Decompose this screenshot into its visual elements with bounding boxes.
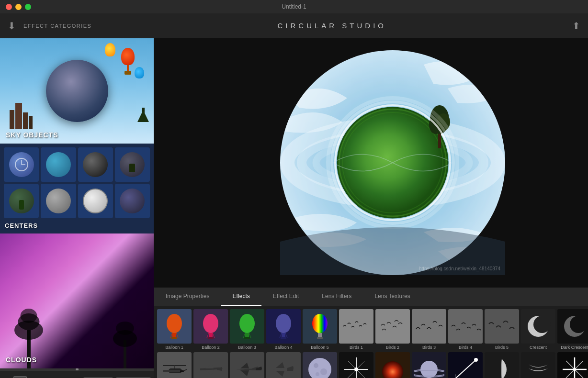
effect-birds5-label: Birds 5 (495, 345, 509, 350)
layer-bar: 👁 Image Layer Add Effect Delete Effect (0, 370, 154, 378)
svg-rect-38 (317, 337, 323, 339)
effect-polaris[interactable]: Polaris (339, 352, 373, 378)
effect-birds5[interactable]: Birds 5 (485, 309, 519, 350)
svg-point-36 (312, 314, 328, 333)
window-title: Untitled-1 (282, 3, 306, 10)
tab-image-properties[interactable]: Image Properties (154, 288, 221, 306)
svg-rect-47 (163, 370, 182, 372)
svg-point-66 (474, 358, 478, 362)
tab-effects[interactable]: Effects (221, 288, 261, 306)
effect-red-sun[interactable]: Red Sun (375, 352, 410, 378)
tab-lens-textures[interactable]: Lens Textures (363, 288, 422, 306)
tab-bar: Image Properties Effects Effect Edit Len… (154, 287, 588, 306)
svg-point-53 (314, 363, 318, 368)
svg-point-73 (573, 368, 576, 371)
canvas-image: https://blog.csdn.net/weixin_48140874 (280, 50, 505, 275)
effect-birds3[interactable]: Birds 3 (412, 309, 446, 350)
center-item-dark[interactable] (115, 147, 150, 182)
svg-rect-18 (171, 337, 177, 339)
effect-balloon5-label: Balloon 5 (311, 345, 329, 350)
effect-balloon3[interactable]: Balloon 3 (230, 309, 264, 350)
effect-birds4-label: Birds 4 (459, 345, 472, 350)
effect-balloon5[interactable]: Balloon 5 (303, 309, 337, 350)
app-title: CIRCULAR STUDIO (277, 22, 386, 30)
effect-balloon3-label: Balloon 3 (238, 345, 256, 350)
effect-birds4[interactable]: Birds 4 (448, 309, 483, 350)
sky-objects-label: SKY OBJECTS (6, 131, 58, 139)
minimize-button[interactable] (15, 4, 22, 10)
download-icon[interactable]: ⬇ (8, 20, 16, 32)
category-sky-objects[interactable]: SKY OBJECTS (0, 38, 154, 144)
effect-balloon1-label: Balloon 1 (165, 345, 183, 350)
effect-birds1[interactable]: Birds 1 (339, 309, 373, 350)
effect-balloon2[interactable]: Balloon 2 (193, 309, 228, 350)
svg-rect-17 (172, 333, 176, 337)
effect-balloon4[interactable]: Balloon 4 (266, 309, 301, 350)
effect-star[interactable]: Star (557, 352, 588, 378)
layer-thumbnail (13, 376, 27, 378)
center-item-clock[interactable] (4, 147, 39, 182)
effect-balloon2-label: Balloon 2 (202, 345, 220, 350)
effect-helicopter2[interactable]: Helicopter 2 (157, 352, 192, 378)
effect-jet1[interactable]: Jet 1 (193, 352, 228, 378)
svg-point-21 (203, 314, 218, 333)
svg-point-63 (420, 361, 438, 378)
svg-line-51 (183, 369, 187, 371)
effect-birds1-label: Birds 1 (350, 345, 363, 350)
center-item-plant[interactable] (4, 184, 39, 218)
centers-grid (4, 147, 150, 218)
svg-point-16 (167, 314, 182, 333)
effect-crescent[interactable]: Crescent (521, 309, 555, 350)
center-item-silver[interactable] (41, 184, 76, 218)
effect-jet2[interactable]: Jet 2 (230, 352, 264, 378)
effect-dark-crescent-label: Dark Crescent (561, 345, 588, 350)
effect-crescent-label: Crescent (530, 345, 547, 350)
svg-rect-37 (318, 333, 322, 337)
center-item-globe[interactable] (41, 147, 76, 182)
tab-effect-edit[interactable]: Effect Edit (261, 288, 310, 306)
window-chrome: Untitled-1 (0, 0, 588, 13)
main-layout: SKY OBJECTS (0, 38, 588, 378)
svg-point-31 (276, 314, 291, 333)
close-button[interactable] (6, 4, 12, 10)
traffic-lights (6, 4, 31, 10)
canvas-area: https://blog.csdn.net/weixin_48140874 Im… (154, 38, 588, 378)
center-item-black[interactable] (78, 147, 113, 182)
center-item-striped[interactable] (115, 184, 150, 218)
watermark: https://blog.csdn.net/weixin_48140874 (419, 266, 500, 271)
effect-balloon4-label: Balloon 4 (274, 345, 293, 350)
svg-point-42 (570, 316, 587, 333)
svg-point-60 (354, 367, 358, 371)
clouds-label: CLOUDS (6, 356, 37, 364)
effect-sliver2[interactable]: Sliver 2 (521, 352, 555, 378)
planet-svg (280, 50, 505, 275)
effect-balloon1[interactable]: Balloon 1 (157, 309, 192, 350)
effect-moon[interactable]: Moon (303, 352, 337, 378)
svg-rect-27 (245, 333, 249, 337)
effect-shooting-star[interactable]: Shooting Star (448, 352, 483, 378)
share-icon[interactable]: ⬆ (572, 20, 580, 32)
category-centers: CENTERS (0, 144, 154, 233)
svg-point-40 (533, 316, 551, 333)
effect-birds2-label: Birds 2 (386, 345, 399, 350)
effect-saturn[interactable]: Saturn (412, 352, 446, 378)
maximize-button[interactable] (25, 4, 31, 10)
header-bar: ⬇ EFFECT CATEGORIES CIRCULAR STUDIO ⬆ (0, 13, 588, 38)
centers-label: CENTERS (5, 222, 38, 229)
svg-point-54 (320, 368, 327, 375)
center-item-white[interactable] (78, 184, 113, 218)
svg-point-52 (308, 358, 331, 378)
svg-rect-23 (208, 337, 214, 339)
effect-sliver1[interactable]: Sliver 1 (485, 352, 519, 378)
svg-rect-22 (209, 333, 213, 337)
effect-birds2[interactable]: Birds 2 (375, 309, 410, 350)
svg-point-61 (382, 361, 403, 378)
category-clouds[interactable]: CLOUDS (0, 233, 154, 368)
svg-line-65 (455, 360, 476, 378)
effects-strip: Balloon 1 Balloon 2 Balloon 3 (154, 306, 588, 378)
effects-row-1: Balloon 1 Balloon 2 Balloon 3 (154, 306, 588, 350)
effect-dark-crescent[interactable]: Dark Crescent (557, 309, 588, 350)
tab-lens-filters[interactable]: Lens Filters (310, 288, 363, 306)
left-sidebar: SKY OBJECTS (0, 38, 154, 378)
effect-jet3[interactable]: Jet 3 (266, 352, 301, 378)
